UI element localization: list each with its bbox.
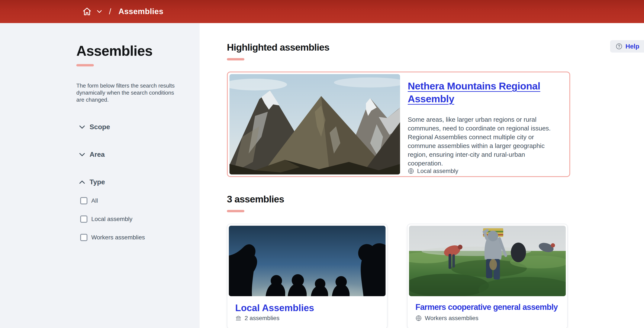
chevron-down-icon xyxy=(79,153,85,156)
title-accent-bar xyxy=(76,64,94,66)
filter-toggle-scope[interactable]: Scope xyxy=(76,123,185,131)
highlighted-section-heading: Highlighted assemblies xyxy=(227,23,644,53)
topbar: / Assemblies xyxy=(0,0,644,23)
filter-group-scope: Scope xyxy=(76,123,185,131)
filter-label: Area xyxy=(90,150,105,158)
page-body: Assemblies The form below filters the se… xyxy=(0,23,644,328)
assembly-type-label: Local assembly xyxy=(417,168,458,175)
results-count-heading: 3 assemblies xyxy=(227,177,644,205)
globe-icon xyxy=(408,168,414,174)
checkbox-label: Workers assemblies xyxy=(91,234,145,241)
highlighted-assembly-meta: Local assembly xyxy=(408,168,559,176)
mountain-landscape-photo xyxy=(230,74,400,175)
question-circle-icon xyxy=(616,43,622,50)
highlighted-assembly-title-link[interactable]: Nethera Mountains Regional Assembly xyxy=(408,80,559,105)
globe-icon xyxy=(416,315,422,321)
assembly-card-farmers-cooperative[interactable]: Farmers cooperative general assembly Wor… xyxy=(407,224,568,328)
help-label: Help xyxy=(626,43,639,50)
farm-workers-art xyxy=(409,226,566,296)
mountain-landscape-art xyxy=(230,74,400,175)
home-icon[interactable] xyxy=(82,7,92,17)
assemblies-count-label: 2 assemblies xyxy=(244,315,279,321)
assemblies-card-list: Local Assemblies 2 assemblies xyxy=(227,224,644,328)
chevron-up-icon xyxy=(79,181,85,184)
checkbox-label: Local assembly xyxy=(91,216,132,223)
assembly-card-body: Local Assemblies 2 assemblies xyxy=(229,296,386,327)
main-content: Help Highlighted assemblies xyxy=(200,23,644,328)
checkbox-workers-assemblies[interactable] xyxy=(80,234,88,241)
help-button[interactable]: Help xyxy=(610,40,644,53)
checkbox-all[interactable] xyxy=(80,197,88,204)
page-title: Assemblies xyxy=(76,43,185,59)
people-silhouettes-photo[interactable] xyxy=(229,226,386,296)
assembly-card-title-link[interactable]: Farmers cooperative general assembly xyxy=(416,303,559,312)
checkbox-local-assembly[interactable] xyxy=(80,216,88,223)
type-option-local-assembly[interactable]: Local assembly xyxy=(76,216,185,223)
filter-group-type: Type All Local assembly Workers assembli… xyxy=(76,178,185,241)
assembly-card-body: Farmers cooperative general assembly Wor… xyxy=(409,296,566,327)
assembly-card-meta: Workers assemblies xyxy=(416,315,559,327)
highlighted-assembly-card: Nethera Mountains Regional Assembly Some… xyxy=(227,72,570,177)
type-options: All Local assembly Workers assemblies xyxy=(76,197,185,241)
filters-intro-text: The form below filters the search result… xyxy=(76,82,176,103)
filter-toggle-area[interactable]: Area xyxy=(76,150,185,158)
assembly-type-label: Workers assemblies xyxy=(425,315,478,321)
assembly-card-title-link[interactable]: Local Assemblies xyxy=(235,303,379,313)
filters-sidebar: Assemblies The form below filters the se… xyxy=(0,23,200,328)
chevron-down-icon xyxy=(79,125,85,129)
breadcrumb-separator: / xyxy=(109,7,111,16)
filter-toggle-type[interactable]: Type xyxy=(76,178,185,186)
type-option-workers-assemblies[interactable]: Workers assemblies xyxy=(76,234,185,241)
breadcrumb-current: Assemblies xyxy=(118,7,164,16)
assembly-card-local-assemblies[interactable]: Local Assemblies 2 assemblies xyxy=(227,224,388,328)
filter-label: Scope xyxy=(90,123,110,131)
type-option-all[interactable]: All xyxy=(76,197,185,204)
filter-group-area: Area xyxy=(76,150,185,158)
home-menu[interactable] xyxy=(82,7,102,17)
assembly-card-meta: 2 assemblies xyxy=(235,315,379,327)
people-silhouettes-art xyxy=(229,226,386,296)
highlighted-assembly-description: Some areas, like larger urban regions or… xyxy=(408,115,559,168)
filter-label: Type xyxy=(90,178,105,186)
section-accent-bar xyxy=(227,210,244,212)
section-accent-bar xyxy=(227,58,244,60)
chevron-down-icon[interactable] xyxy=(97,10,102,13)
bank-icon xyxy=(235,315,242,321)
checkbox-label: All xyxy=(91,197,98,204)
farm-workers-photo[interactable] xyxy=(409,226,566,296)
highlighted-card-body: Nethera Mountains Regional Assembly Some… xyxy=(408,74,568,175)
